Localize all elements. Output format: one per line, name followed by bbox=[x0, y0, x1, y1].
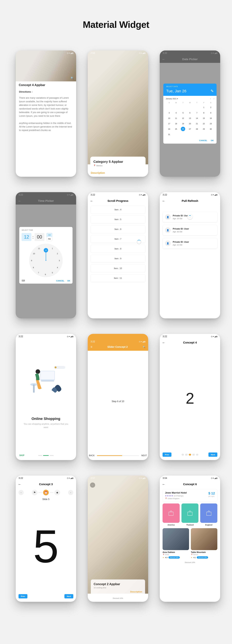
calendar-day[interactable]: 29 bbox=[200, 127, 207, 132]
clock-hour[interactable]: 8 bbox=[33, 266, 34, 268]
calendar-day[interactable]: 8 bbox=[200, 110, 207, 115]
search-icon[interactable]: 🔍 bbox=[71, 76, 74, 80]
calendar-day[interactable]: 19 bbox=[180, 121, 187, 126]
list-item[interactable]: Item : 5 bbox=[91, 216, 145, 223]
calendar-day[interactable]: 31 bbox=[166, 132, 173, 137]
calendar-day[interactable]: 28 bbox=[194, 127, 200, 132]
calendar-day[interactable]: 22 bbox=[200, 121, 207, 126]
calendar-day[interactable]: 27 bbox=[187, 127, 194, 132]
calendar-day[interactable]: 6 bbox=[187, 110, 194, 115]
next-button[interactable]: Next bbox=[64, 594, 73, 598]
minute-field[interactable]: 00 bbox=[35, 233, 44, 241]
calendar-day[interactable]: 18 bbox=[173, 121, 180, 126]
calendar-day[interactable]: 24 bbox=[166, 127, 173, 132]
face-icon[interactable]: ☻ bbox=[54, 490, 60, 495]
clock-face[interactable]: 12 1234567891011 bbox=[29, 244, 63, 277]
user-card[interactable]: 👤Private ID: UserAge: 22 Old bbox=[163, 238, 217, 248]
clock-hour[interactable]: 11 bbox=[38, 247, 40, 250]
back-button[interactable]: BACK bbox=[89, 454, 95, 457]
clock-hour[interactable]: 6 bbox=[45, 273, 46, 276]
prev-button[interactable]: Prev bbox=[163, 452, 171, 457]
list-item[interactable]: Item : 6 bbox=[91, 226, 145, 233]
back-icon[interactable]: ← bbox=[162, 482, 165, 486]
photo-card[interactable]: Table Mountain📍 Mexico★4.1Discount 13% bbox=[191, 528, 217, 558]
month-dropdown[interactable]: January 2021 ▾ bbox=[166, 98, 178, 100]
list-item[interactable]: Item : 4 bbox=[91, 206, 145, 214]
phone-concept3-slider: 3:22 ◷ ▾ ◢ ▮ ← Concept 3 ‹ ⚑ ⏰ ☻ › Slide… bbox=[16, 476, 76, 602]
svg-rect-2 bbox=[41, 380, 54, 382]
clock-hour[interactable]: 2 bbox=[57, 252, 58, 255]
menu-icon[interactable]: ☰ bbox=[91, 346, 92, 348]
list-item[interactable]: Item : 9 bbox=[91, 255, 145, 262]
back-icon[interactable]: ← bbox=[90, 199, 93, 203]
back-icon[interactable]: ← bbox=[162, 341, 165, 345]
calendar-day[interactable]: 4 bbox=[173, 110, 180, 115]
skip-button[interactable]: SKIP bbox=[19, 454, 24, 457]
clock-hour[interactable]: 1 bbox=[52, 247, 53, 250]
chevron-right-icon[interactable]: › bbox=[68, 490, 73, 495]
back-icon[interactable]: ← bbox=[162, 199, 165, 203]
next-button[interactable]: NEXT bbox=[141, 454, 147, 457]
search-icon[interactable]: 🔍 bbox=[143, 346, 145, 348]
hotel-card[interactable]: Jewe Marriot Hotel ★★★★★ (4.9 Ratings) 📍… bbox=[163, 489, 217, 502]
clock-hour[interactable]: 10 bbox=[33, 252, 35, 255]
photo-card[interactable]: Ama Dablam📍 Dubai★4.3Discount 10% bbox=[163, 528, 189, 558]
calendar-day[interactable]: 13 bbox=[187, 116, 194, 120]
back-icon[interactable]: ← bbox=[90, 482, 95, 488]
calendar-day[interactable]: 21 bbox=[194, 121, 200, 126]
calendar-day[interactable]: 14 bbox=[194, 116, 200, 120]
list-item[interactable]: Item : 10 bbox=[91, 264, 145, 272]
clock-knob[interactable]: 12 bbox=[44, 248, 48, 252]
back-icon[interactable]: ← bbox=[18, 482, 21, 486]
list-item[interactable]: Item : 8 bbox=[91, 245, 145, 253]
calendar-day[interactable]: 30 bbox=[207, 127, 214, 132]
calendar-day[interactable]: 7 bbox=[194, 110, 200, 115]
calendar-day[interactable]: 1 bbox=[200, 105, 207, 110]
calendar-day[interactable]: 11 bbox=[173, 116, 180, 120]
keyboard-icon[interactable]: ⌨ bbox=[22, 279, 25, 282]
calendar-day[interactable]: 20 bbox=[187, 121, 194, 126]
calendar-day[interactable]: 3 bbox=[166, 110, 173, 115]
prev-month-icon[interactable]: ‹ bbox=[210, 98, 211, 100]
next-button[interactable]: Next bbox=[209, 452, 217, 457]
page-title: Material Widget bbox=[10, 19, 222, 30]
back-icon[interactable]: ← bbox=[90, 57, 93, 60]
flag-icon[interactable]: ⚑ bbox=[32, 490, 37, 495]
ok-button[interactable]: OK bbox=[211, 139, 214, 142]
prev-button[interactable]: Prev bbox=[18, 594, 27, 598]
chevron-left-icon[interactable]: ‹ bbox=[18, 490, 24, 495]
calendar-day[interactable]: 9 bbox=[207, 110, 214, 115]
user-card[interactable]: 👤Private ID: UserAge: 30 Old bbox=[163, 225, 217, 236]
status-icons: ◷ ▾ ◢ ▮ bbox=[67, 336, 73, 338]
clock-hour[interactable]: 3 bbox=[59, 260, 60, 262]
clock-hour[interactable]: 9 bbox=[31, 260, 32, 262]
next-month-icon[interactable]: › bbox=[214, 98, 214, 100]
country-card[interactable] bbox=[200, 504, 217, 523]
cancel-button[interactable]: CANCEL bbox=[199, 139, 207, 142]
calendar-day[interactable]: 5 bbox=[180, 110, 187, 115]
clock-hour[interactable]: 5 bbox=[52, 272, 53, 274]
calendar-day[interactable]: 23 bbox=[207, 121, 214, 126]
ok-button[interactable]: OK bbox=[67, 280, 70, 282]
hour-field[interactable]: 12 bbox=[22, 233, 31, 241]
clock-hour[interactable]: 7 bbox=[38, 272, 39, 274]
calendar-day[interactable]: 26 bbox=[181, 127, 185, 131]
country-card[interactable] bbox=[182, 504, 199, 523]
calendar-day[interactable]: 17 bbox=[166, 121, 173, 126]
calendar-day[interactable]: 10 bbox=[166, 116, 173, 120]
calendar-day[interactable]: 15 bbox=[200, 116, 207, 120]
country-card[interactable] bbox=[163, 504, 180, 523]
calendar-day[interactable]: 12 bbox=[180, 116, 187, 120]
am-option[interactable]: AM bbox=[46, 233, 52, 237]
list-item[interactable]: Item : 11 bbox=[91, 274, 145, 282]
pm-option[interactable]: PM bbox=[46, 237, 52, 241]
calendar-day[interactable]: 25 bbox=[173, 127, 180, 132]
cancel-button[interactable]: CANCEL bbox=[56, 280, 64, 282]
clock-hour[interactable]: 4 bbox=[57, 266, 58, 268]
alarm-icon[interactable]: ⏰ bbox=[43, 490, 49, 495]
calendar-day[interactable]: 2 bbox=[207, 105, 214, 110]
calendar-day[interactable]: 16 bbox=[207, 116, 214, 120]
edit-icon[interactable]: ✎ bbox=[211, 89, 214, 93]
page-dots bbox=[38, 455, 54, 456]
ampm-toggle[interactable]: AM PM bbox=[46, 233, 52, 241]
